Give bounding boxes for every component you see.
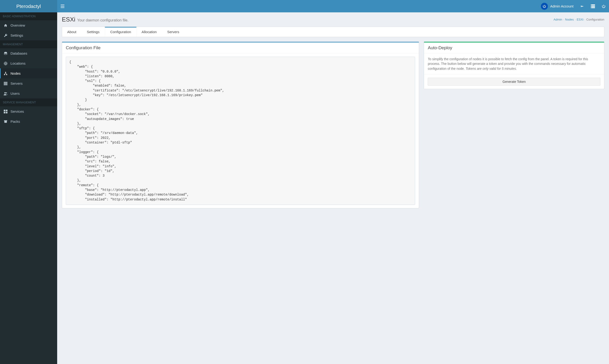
tabs: AboutSettingsConfigurationAllocationServ… [62,26,604,37]
sidebar-item-databases[interactable]: Databases [0,48,57,58]
sidebar-header: MANAGEMENT [0,40,57,48]
tab-about[interactable]: About [62,27,82,37]
svg-rect-6 [4,83,7,84]
svg-rect-3 [4,74,5,75]
sidebar-item-users[interactable]: Users [0,89,57,98]
server-icon [3,82,8,85]
breadcrumb: Admin › Nodes › ESXi › Configuration [554,18,604,21]
breadcrumb-link[interactable]: Admin [554,18,562,21]
svg-rect-5 [4,82,7,83]
svg-rect-14 [4,120,7,121]
database-icon [3,52,8,55]
sidebar-item-label: Settings [11,33,23,37]
chevron-right-icon: › [563,18,564,21]
chevron-right-icon: › [575,18,576,21]
svg-point-8 [4,92,6,93]
sidebar-item-label: Packs [11,119,20,123]
sidebar-toggle-icon[interactable] [61,0,65,13]
sidebar-item-label: Services [11,109,24,113]
chevron-right-icon: › [584,18,585,21]
sitemap-icon [3,72,8,75]
svg-rect-13 [6,112,7,113]
configuration-code[interactable]: { "web": { "host": "0.0.0.0", "listen": … [66,57,415,205]
tab-configuration[interactable]: Configuration [105,27,136,37]
sidebar-header: SERVICE MANAGEMENT [0,98,57,106]
page-title: ESXi [62,16,75,23]
sidebar-item-label: Locations [11,61,26,65]
svg-point-9 [6,92,7,93]
page-subtitle: Your daemon configuration file. [77,18,129,22]
svg-rect-10 [4,110,5,111]
sidebar-item-label: Databases [11,51,27,55]
sidebar-item-nodes[interactable]: Nodes [0,68,57,78]
archive-icon [3,120,8,123]
svg-point-21 [591,5,592,5]
sidebar-item-settings[interactable]: Settings [0,30,57,40]
generate-token-button[interactable]: Generate Token [428,78,600,86]
svg-rect-17 [61,7,65,8]
sidebar-item-services[interactable]: Services [0,106,57,117]
sidebar-item-overview[interactable]: Overview [0,20,57,30]
topbar: Admin Account [57,0,609,12]
breadcrumb-link[interactable]: Nodes [565,18,574,21]
svg-rect-11 [6,110,7,111]
users-icon [3,92,8,95]
sidebar-item-packs[interactable]: Packs [0,117,57,127]
breadcrumb-current: Configuration [586,18,604,21]
auto-deploy-help: To simplify the configuration of nodes i… [428,57,600,71]
logout-icon[interactable] [598,1,609,12]
auto-deploy-card: Auto-Deploy To simplify the configuratio… [424,42,604,89]
sidebar-header: BASIC ADMINISTRATION [0,12,57,20]
svg-rect-16 [61,6,65,7]
svg-rect-4 [6,74,7,75]
svg-rect-2 [5,72,6,73]
svg-rect-12 [4,112,5,113]
account-icon [541,3,548,10]
sidebar-item-label: Users [11,91,20,95]
sidebar: Pterodactyl BASIC ADMINISTRATIONOverview… [0,0,57,364]
svg-rect-15 [61,5,65,5]
svg-rect-7 [4,84,7,85]
breadcrumb-link[interactable]: ESXi [577,18,583,21]
account-label: Admin Account [550,4,573,8]
configuration-file-card: Configuration File { "web": { "host": "0… [62,42,419,208]
globe-icon [3,62,8,65]
brand-text: Pterodactyl [16,3,41,9]
sidebar-item-label: Overview [11,23,25,27]
sidebar-item-label: Servers [11,81,23,85]
svg-point-22 [591,6,592,7]
sidebar-item-label: Nodes [11,71,21,75]
auto-deploy-help-emphasis: Tokens are only valid for 5 minutes. [466,67,517,70]
auto-deploy-title: Auto-Deploy [424,42,604,53]
th-large-icon [3,110,8,113]
sidebar-item-servers[interactable]: Servers [0,78,57,89]
sidebar-item-locations[interactable]: Locations [0,58,57,68]
configuration-file-title: Configuration File [62,42,419,53]
wrench-icon [3,34,8,37]
home-icon [3,24,8,27]
account-menu[interactable]: Admin Account [538,0,577,13]
tab-settings[interactable]: Settings [82,27,105,37]
tab-allocation[interactable]: Allocation [137,27,162,37]
svg-point-23 [591,7,592,8]
exit-admin-icon[interactable] [577,1,587,12]
tab-servers[interactable]: Servers [162,27,185,37]
brand-logo[interactable]: Pterodactyl [0,0,57,12]
server-icon[interactable] [587,1,598,12]
